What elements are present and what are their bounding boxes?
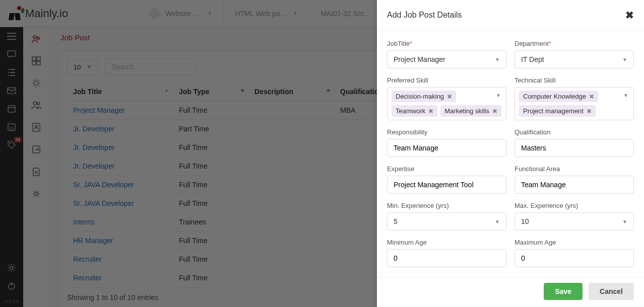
max-age-label: Maximum Age (514, 239, 634, 246)
department-label: Department* (514, 40, 634, 47)
min-exp-select[interactable]: 5▼ (387, 212, 506, 231)
remove-tag-icon[interactable]: ✖ (589, 93, 594, 100)
jobtitle-select[interactable]: Project Manager▼ (387, 50, 506, 68)
remove-tag-icon[interactable]: ✖ (492, 108, 497, 115)
chevron-down-icon: ▼ (495, 219, 500, 224)
expertise-label: Expertise (387, 165, 506, 173)
remove-tag-icon[interactable]: ✖ (587, 108, 592, 115)
skill-tag: Teamwork✖ (392, 105, 437, 117)
skill-tag: Project management✖ (519, 105, 596, 117)
technical-skill-tags[interactable]: Computer Knowledge✖Project management✖▼ (514, 87, 634, 120)
chevron-down-icon: ▼ (495, 57, 500, 62)
jobtitle-label: JobTitle* (387, 40, 506, 47)
max-age-input[interactable] (514, 249, 634, 267)
chevron-down-icon: ▼ (496, 93, 501, 98)
min-age-label: Minimum Age (387, 239, 506, 246)
department-select[interactable]: IT Dept▼ (514, 50, 634, 68)
close-icon[interactable]: ✖ (625, 9, 634, 21)
min-age-input[interactable] (387, 249, 506, 267)
chevron-down-icon: ▼ (622, 219, 627, 224)
preferred-skill-label: Preferred Skill (387, 76, 506, 84)
technical-skill-label: Technical Skill (514, 76, 634, 84)
remove-tag-icon[interactable]: ✖ (428, 108, 433, 115)
save-button[interactable]: Save (544, 283, 583, 300)
min-exp-label: Min. Experience (yrs) (387, 202, 506, 209)
drawer-title: Add Job Post Details (387, 11, 462, 20)
functional-area-label: Functional Area (514, 165, 634, 173)
chevron-down-icon: ▼ (622, 57, 627, 62)
qualification-input[interactable] (514, 139, 634, 157)
skill-tag: Decision-making✖ (392, 91, 456, 102)
cancel-button[interactable]: Cancel (589, 283, 634, 300)
responsibility-input[interactable] (387, 139, 506, 157)
remove-tag-icon[interactable]: ✖ (447, 93, 452, 100)
qualification-label: Qualification (514, 128, 634, 136)
max-exp-select[interactable]: 10▼ (514, 212, 634, 231)
responsibility-label: Responsibility (387, 128, 506, 136)
preferred-skill-tags[interactable]: Decision-making✖Teamwork✖Marketing skill… (387, 87, 506, 120)
expertise-input[interactable] (387, 176, 506, 194)
add-job-drawer: Add Job Post Details ✖ JobTitle* Project… (377, 0, 644, 307)
functional-area-input[interactable] (514, 176, 634, 194)
max-exp-label: Max. Experience (yrs) (514, 202, 634, 209)
skill-tag: Computer Knowledge✖ (519, 91, 598, 102)
chevron-down-icon: ▼ (623, 93, 628, 98)
skill-tag: Marketing skills✖ (440, 105, 501, 117)
